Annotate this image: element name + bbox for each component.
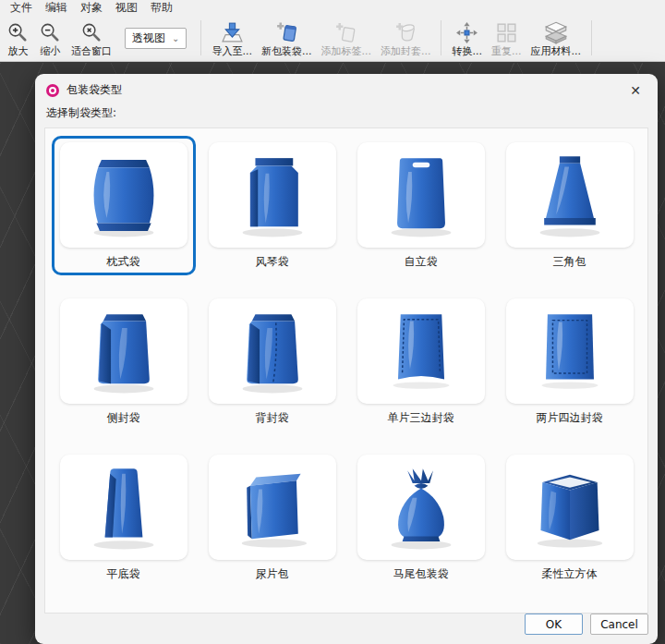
flat-bottom-bag-image xyxy=(60,455,187,560)
bag-type-tile-twist-tie-bag[interactable]: 马尾包装袋 xyxy=(349,448,493,588)
tool-button-label: 添加封套... xyxy=(381,45,431,58)
bag-type-label: 两片四边封袋 xyxy=(537,411,603,424)
dialog-header: 包装袋类型 ✕ xyxy=(35,74,658,101)
apply-material-icon xyxy=(543,19,569,45)
add-label-icon xyxy=(333,19,358,45)
bag-type-tile-flat-bottom-bag[interactable]: 平底袋 xyxy=(52,448,196,588)
tool-button-label: 添加标签... xyxy=(320,45,371,58)
tool-button-label: 重复... xyxy=(491,45,522,58)
zoom-fit-button[interactable]: 适合窗口 xyxy=(66,17,116,59)
toolbar-separator xyxy=(441,20,441,55)
new-bag-icon xyxy=(274,19,299,45)
chevron-down-icon: ⌄ xyxy=(172,33,179,43)
three-side-seal-image xyxy=(357,298,485,404)
bag-type-panel: 枕式袋风琴袋自立袋三角包侧封袋背封袋单片三边封袋两片四边封袋平底袋尿片包马尾包装… xyxy=(44,128,648,614)
menu-item-file[interactable]: 文件 xyxy=(4,0,39,17)
accordion-bag-image xyxy=(209,142,336,248)
toolbar: 放大缩小适合窗口透视图⌄导入至...新包装袋...添加标签...添加封套...转… xyxy=(0,16,665,62)
bag-type-label: 背封袋 xyxy=(256,411,289,424)
bag-type-label: 侧封袋 xyxy=(107,411,140,424)
zoom-fit-icon xyxy=(80,19,103,45)
apply-material-button[interactable]: 应用材料... xyxy=(526,17,586,59)
bag-type-tile-three-side-seal[interactable]: 单片三边封袋 xyxy=(349,292,493,431)
import-button[interactable]: 导入至... xyxy=(207,17,257,59)
add-sleeve-icon xyxy=(393,19,418,45)
menu-item-edit[interactable]: 编辑 xyxy=(39,0,74,17)
menu-bar: 文件编辑对象视图帮助 xyxy=(0,0,665,16)
bag-type-label: 风琴袋 xyxy=(256,255,289,268)
app-dialog-icon xyxy=(46,84,59,97)
back-seal-bag-image xyxy=(209,298,336,404)
add-label-button[interactable]: 添加标签... xyxy=(316,17,376,59)
ok-button[interactable]: OK xyxy=(525,614,583,635)
standup-pouch-image xyxy=(357,142,485,248)
bag-type-grid: 枕式袋风琴袋自立袋三角包侧封袋背封袋单片三边封袋两片四边封袋平底袋尿片包马尾包装… xyxy=(45,128,647,595)
transform-icon xyxy=(454,19,479,45)
toolbar-separator xyxy=(591,20,592,55)
bag-type-label: 尿片包 xyxy=(256,567,289,580)
zoom-in-icon xyxy=(6,19,30,45)
bag-type-tile-triangle-bag[interactable]: 三角包 xyxy=(498,136,642,275)
tool-button-label: 导入至... xyxy=(212,45,252,58)
pillow-bag-image xyxy=(60,142,187,248)
bag-type-tile-back-seal-bag[interactable]: 背封袋 xyxy=(200,292,345,431)
bag-type-tile-flexible-cube[interactable]: 柔性立方体 xyxy=(498,448,642,588)
four-side-seal-image xyxy=(506,298,634,404)
tool-button-label: 放大 xyxy=(8,45,29,58)
repeat-icon xyxy=(494,19,519,45)
twist-tie-bag-image xyxy=(357,455,485,560)
flexible-cube-image xyxy=(506,455,634,560)
add-sleeve-button[interactable]: 添加封套... xyxy=(376,17,436,59)
menu-item-help[interactable]: 帮助 xyxy=(144,0,179,17)
tool-button-label: 缩小 xyxy=(41,45,61,58)
diaper-pack-image xyxy=(209,455,336,560)
transform-button[interactable]: 转换... xyxy=(447,17,487,59)
bag-type-tile-accordion-bag[interactable]: 风琴袋 xyxy=(200,136,345,275)
tool-button-label: 新包装袋... xyxy=(261,45,312,58)
view-mode-value: 透视图 xyxy=(132,30,165,46)
bag-type-label: 平底袋 xyxy=(107,567,140,580)
tool-button-label: 转换... xyxy=(452,45,482,58)
triangle-bag-image xyxy=(506,142,634,248)
menu-item-object[interactable]: 对象 xyxy=(74,0,109,17)
zoom-out-button[interactable]: 缩小 xyxy=(34,17,66,59)
dialog-footer: OK Cancel xyxy=(35,614,658,644)
cancel-button[interactable]: Cancel xyxy=(590,614,648,635)
view-mode-select[interactable]: 透视图⌄ xyxy=(125,28,187,49)
tool-button-label: 应用材料... xyxy=(530,45,581,58)
bag-type-tile-diaper-pack[interactable]: 尿片包 xyxy=(200,448,345,588)
import-icon xyxy=(220,19,245,45)
zoom-in-button[interactable]: 放大 xyxy=(2,17,34,59)
bag-type-tile-pillow-bag[interactable]: 枕式袋 xyxy=(52,136,196,275)
new-bag-button[interactable]: 新包装袋... xyxy=(257,17,317,59)
side-seal-bag-image xyxy=(60,298,187,404)
repeat-button[interactable]: 重复... xyxy=(487,17,526,59)
bag-type-label: 枕式袋 xyxy=(107,255,140,268)
bag-type-tile-four-side-seal[interactable]: 两片四边封袋 xyxy=(498,292,642,431)
bag-type-label: 自立袋 xyxy=(405,255,438,268)
dialog-title: 包装袋类型 xyxy=(66,82,122,98)
toolbar-separator xyxy=(200,20,201,55)
tool-button-label: 适合窗口 xyxy=(71,45,112,58)
prompt-label: 选择制袋类型: xyxy=(35,101,658,128)
close-icon[interactable]: ✕ xyxy=(624,83,647,98)
bag-type-label: 单片三边封袋 xyxy=(388,411,454,424)
bag-type-tile-side-seal-bag[interactable]: 侧封袋 xyxy=(52,292,196,431)
bag-type-label: 马尾包装袋 xyxy=(393,567,449,580)
bag-type-tile-standup-pouch[interactable]: 自立袋 xyxy=(349,136,493,275)
bag-type-dialog: 包装袋类型 ✕ 选择制袋类型: 枕式袋风琴袋自立袋三角包侧封袋背封袋单片三边封袋… xyxy=(35,74,658,644)
zoom-out-icon xyxy=(39,19,62,45)
bag-type-label: 柔性立方体 xyxy=(542,567,598,580)
bag-type-label: 三角包 xyxy=(553,255,586,268)
menu-item-view[interactable]: 视图 xyxy=(109,0,144,17)
